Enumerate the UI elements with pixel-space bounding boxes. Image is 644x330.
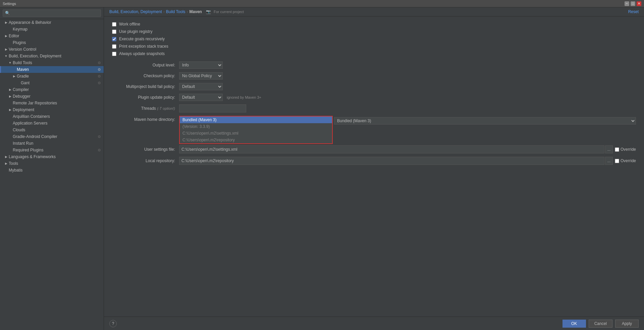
cancel-button[interactable]: Cancel: [589, 320, 612, 328]
plugin-registry-row: Use plugin registry: [112, 29, 636, 34]
ok-button[interactable]: OK: [562, 320, 586, 328]
maximize-button[interactable]: □: [631, 1, 635, 6]
local-repo-input[interactable]: [179, 157, 604, 165]
sidebar-item-languages[interactable]: Languages & Frameworks: [0, 153, 104, 160]
reset-button[interactable]: Reset: [628, 9, 639, 14]
user-settings-input[interactable]: [179, 145, 604, 153]
breadcrumb-maven: Maven: [190, 9, 202, 14]
output-level-label: Output level:: [112, 63, 179, 67]
sidebar-item-gradle-android[interactable]: Gradle-Android Compiler ⚙: [0, 133, 104, 140]
sidebar-item-appearance[interactable]: Appearance & Behavior: [0, 19, 104, 26]
arrow-icon: [4, 54, 8, 58]
local-repo-row: Local repository: ... Override: [112, 157, 636, 165]
checksum-policy-select-wrapper: No Global Policy Strict Lax: [179, 72, 223, 80]
sidebar-item-mybatis[interactable]: Mybatis: [0, 167, 104, 174]
breadcrumb-build-exec[interactable]: Build, Execution, Deployment: [109, 9, 162, 14]
arrow-icon: [4, 155, 8, 159]
checksum-policy-select[interactable]: No Global Policy Strict Lax: [179, 72, 223, 80]
execute-goals-label[interactable]: Execute goals recursively: [119, 37, 165, 41]
sidebar-item-gant[interactable]: Gant ⚙: [0, 80, 104, 86]
multiproject-fail-select[interactable]: Default At End Never Always: [179, 83, 223, 90]
breadcrumb-build-tools[interactable]: Build Tools: [166, 9, 185, 14]
close-button[interactable]: ✕: [637, 1, 641, 6]
apply-button[interactable]: Apply: [615, 320, 639, 328]
sidebar-item-maven[interactable]: Maven ⚙: [0, 66, 104, 73]
sidebar-item-label: Required Plugins: [13, 148, 43, 152]
main-layout: Appearance & Behavior Keymap Editor Plug…: [0, 7, 644, 330]
local-repo-override-label[interactable]: Override: [621, 158, 636, 163]
sidebar-item-deployment[interactable]: Deployment: [0, 106, 104, 113]
sidebar-item-plugins[interactable]: Plugins: [0, 39, 104, 46]
work-offline-checkbox[interactable]: [112, 22, 116, 27]
maven-home-local-repo-display: C:\Users\open\.m2\repository: [180, 137, 332, 143]
sidebar-item-tools[interactable]: Tools: [0, 160, 104, 167]
plugin-update-select[interactable]: Default Always Never: [179, 94, 223, 101]
maven-home-row: Maven home directory: Bundled (Maven 3) …: [112, 116, 636, 144]
user-settings-override-wrapper: Override: [615, 147, 636, 152]
use-plugin-registry-checkbox[interactable]: [112, 30, 116, 34]
sidebar-item-label: Plugins: [13, 40, 26, 45]
sidebar-item-compiler[interactable]: Compiler: [0, 86, 104, 93]
sidebar-tree: Appearance & Behavior Keymap Editor Plug…: [0, 19, 104, 330]
always-update-checkbox[interactable]: [112, 52, 116, 56]
sidebar-item-editor[interactable]: Editor: [0, 33, 104, 39]
sidebar-item-app-servers[interactable]: Application Servers: [0, 120, 104, 127]
breadcrumb-note: For current project: [214, 10, 244, 14]
execute-goals-checkbox[interactable]: [112, 37, 116, 41]
sidebar-item-version-control[interactable]: Version Control: [0, 46, 104, 53]
sidebar-item-clouds[interactable]: Clouds: [0, 127, 104, 133]
title-bar: Settings − □ ✕: [0, 0, 644, 7]
minimize-button[interactable]: −: [625, 1, 629, 6]
sidebar-item-label: Keymap: [13, 27, 28, 32]
sidebar-item-debugger[interactable]: Debugger: [0, 93, 104, 100]
local-repo-override-wrapper: Override: [615, 158, 636, 163]
output-level-select[interactable]: Info Debug Warn Error: [179, 61, 223, 69]
use-plugin-registry-label[interactable]: Use plugin registry: [119, 29, 152, 34]
sidebar-item-label: Editor: [9, 34, 19, 38]
local-repo-browse-button[interactable]: ...: [605, 157, 613, 165]
threads-input[interactable]: [179, 104, 246, 112]
sidebar-item-label: Clouds: [13, 128, 25, 132]
user-settings-override-label[interactable]: Override: [621, 147, 636, 152]
sidebar-item-label: Languages & Frameworks: [9, 154, 56, 159]
sidebar-item-required-plugins[interactable]: Required Plugins ⚙: [0, 147, 104, 153]
sidebar-item-arquillian[interactable]: Arquillian Containers: [0, 113, 104, 120]
print-exception-checkbox[interactable]: [112, 44, 116, 49]
sidebar-item-remote-jar[interactable]: Remote Jar Repositories: [0, 100, 104, 106]
plugin-update-select-wrapper: Default Always Never ignored by Maven 3+: [179, 94, 261, 101]
arrow-icon: [8, 108, 12, 112]
gear-icon: ⚙: [98, 148, 101, 152]
multiproject-fail-row: Multiproject build fail policy: Default …: [112, 83, 636, 90]
maven-home-label: Maven home directory:: [112, 116, 179, 122]
sidebar-item-gradle[interactable]: Gradle ⚙: [0, 73, 104, 80]
maven-home-select[interactable]: Bundled (Maven 3) Use Maven wrapper Cust…: [334, 117, 636, 125]
sidebar-item-label: Deployment: [13, 107, 34, 112]
sidebar-item-build-tools[interactable]: Build Tools ⚙: [0, 59, 104, 66]
user-settings-override-checkbox[interactable]: [615, 147, 619, 152]
threads-row: Threads (-T option!): [112, 104, 636, 112]
maven-home-option-bundled[interactable]: Bundled (Maven 3): [180, 116, 332, 123]
sidebar-item-label: Arquillian Containers: [13, 114, 50, 119]
sidebar-item-label: Tools: [9, 161, 18, 166]
arrow-icon: [12, 74, 16, 78]
sidebar-item-label: Remote Jar Repositories: [13, 101, 57, 105]
maven-version-label: (Version: 3.3.9): [180, 123, 332, 130]
breadcrumb-bar: Build, Execution, Deployment › Build Too…: [104, 7, 644, 16]
work-offline-label[interactable]: Work offline: [119, 22, 140, 27]
help-button[interactable]: ?: [109, 320, 117, 327]
threads-suffix-label: (-T option!): [157, 106, 175, 110]
user-settings-browse-button[interactable]: ...: [605, 145, 613, 153]
local-repo-override-checkbox[interactable]: [615, 159, 619, 163]
user-settings-label: User settings file:: [112, 147, 179, 152]
search-input[interactable]: [3, 9, 101, 17]
sidebar-item-label: Gant: [21, 81, 30, 85]
gear-icon: ⚙: [98, 67, 101, 72]
gear-icon: ⚙: [98, 74, 101, 79]
sidebar-item-instant-run[interactable]: Instant Run: [0, 140, 104, 147]
sidebar-item-label: Application Servers: [13, 121, 47, 126]
multiproject-fail-label: Multiproject build fail policy:: [112, 84, 179, 89]
print-exception-label[interactable]: Print exception stack traces: [119, 44, 168, 49]
sidebar-item-keymap[interactable]: Keymap: [0, 26, 104, 33]
sidebar-item-build-exec[interactable]: Build, Execution, Deployment: [0, 53, 104, 59]
always-update-label[interactable]: Always update snapshots: [119, 51, 165, 56]
